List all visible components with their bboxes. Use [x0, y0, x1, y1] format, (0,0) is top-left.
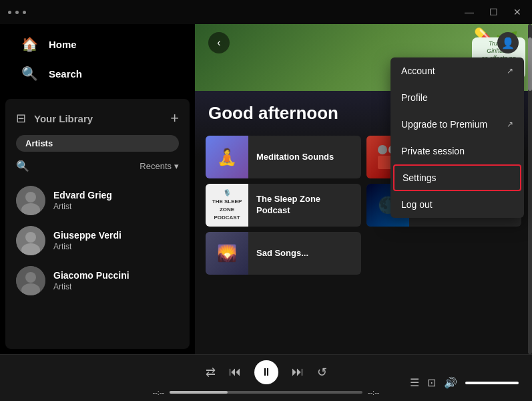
logout-label: Log out — [401, 199, 433, 210]
artist-name-verdi: Giuseppe Verdi — [53, 230, 121, 241]
next-button[interactable]: ⏭ — [292, 365, 304, 379]
chevron-down-icon: ▾ — [174, 161, 179, 171]
artist-info-verdi: Giuseppe Verdi Artist — [53, 230, 121, 251]
settings-label: Settings — [403, 172, 437, 183]
artist-name-grieg: Edvard Grieg — [53, 190, 112, 200]
volume-slider[interactable] — [465, 382, 519, 384]
minimize-button[interactable]: — — [463, 7, 476, 17]
dropdown-item-private-session[interactable]: Private session — [390, 138, 524, 164]
dropdown-item-premium[interactable]: Upgrade to Premium ↗ — [390, 111, 524, 138]
profile-label: Profile — [401, 92, 428, 103]
previous-button[interactable]: ⏮ — [229, 365, 241, 379]
window-controls: — ☐ ✕ — [463, 7, 524, 17]
search-icon: 🔍 — [21, 65, 38, 82]
external-link-icon-premium: ↗ — [507, 120, 513, 129]
sidebar-nav: 🏠 Home 🔍 Search — [0, 24, 195, 94]
right-controls: ☰ ⊡ 🔊 — [410, 376, 519, 389]
main-content: ‹ 👤 🌿 💊 Trusted Ginhawasa effects ng str… — [195, 24, 532, 354]
artist-item-verdi[interactable]: Giuseppe Verdi Artist — [5, 221, 190, 261]
title-bar: — ☐ ✕ — [0, 0, 532, 24]
svg-point-1 — [25, 192, 36, 203]
grid-thumb-meditation: 🧘 — [206, 136, 248, 178]
grid-label-meditation: Meditation Sounds — [248, 152, 342, 163]
time-total: --:-- — [368, 388, 380, 396]
artists-filter-chip[interactable]: Artists — [16, 135, 179, 152]
progress-fill — [170, 391, 228, 394]
player-bar: ⇄ ⏮ ⏸ ⏭ ↺ --:-- --:-- ☰ ⊡ 🔊 — [0, 354, 532, 401]
user-menu-button[interactable]: 👤 — [497, 32, 519, 53]
artist-type-verdi: Artist — [53, 242, 121, 251]
grid-label-sleep-podcast: The Sleep Zone Podcast — [248, 194, 361, 217]
library-icon: ⊟ — [16, 111, 26, 126]
library-header: ⊟ Your Library + — [5, 99, 190, 132]
grid-thumb-sad-songs: 🌄 — [206, 232, 248, 275]
artist-avatar-verdi — [16, 226, 45, 255]
artist-item-puccini[interactable]: Giacomo Puccini Artist — [5, 261, 190, 301]
dropdown-item-account[interactable]: Account ↗ — [390, 57, 524, 84]
artist-list: Edvard Grieg Artist Giuseppe Verdi — [5, 175, 190, 306]
artist-name-puccini: Giacomo Puccini — [53, 270, 129, 281]
dropdown-item-profile[interactable]: Profile — [390, 84, 524, 111]
queue-icon[interactable]: ☰ — [410, 376, 419, 389]
grid-label-sad-songs: Sad Songs... — [248, 248, 316, 259]
artist-item-grieg[interactable]: Edvard Grieg Artist — [5, 180, 190, 221]
progress-bar-container: --:-- --:-- — [153, 388, 380, 396]
account-label: Account — [401, 65, 435, 76]
scrollbar-track[interactable] — [528, 24, 532, 354]
artist-type-puccini: Artist — [53, 282, 129, 291]
library-add-button[interactable]: + — [170, 110, 179, 127]
user-dropdown-menu: Account ↗ Profile Upgrade to Premium ↗ P… — [390, 57, 524, 218]
private-session-label: Private session — [401, 146, 465, 156]
external-link-icon-account: ↗ — [507, 66, 513, 76]
recents-button[interactable]: Recents ▾ — [140, 161, 179, 171]
premium-label: Upgrade to Premium — [401, 119, 487, 130]
back-button[interactable]: ‹ — [208, 32, 230, 53]
grid-item-sad-songs[interactable]: 🌄 Sad Songs... — [206, 232, 361, 275]
artist-info-puccini: Giacomo Puccini Artist — [53, 270, 129, 291]
title-bar-dots — [8, 11, 26, 14]
home-icon: 🏠 — [21, 36, 38, 52]
main-header: ‹ 👤 — [195, 24, 532, 61]
devices-icon[interactable]: ⊡ — [427, 376, 436, 389]
library-search-row: 🔍 Recents ▾ — [5, 157, 190, 175]
dropdown-item-settings[interactable]: Settings — [393, 164, 521, 191]
dot-1 — [8, 11, 11, 14]
progress-track[interactable] — [170, 391, 362, 394]
search-label: Search — [49, 68, 82, 80]
svg-point-7 — [25, 272, 36, 283]
maximize-button[interactable]: ☐ — [487, 7, 500, 17]
player-controls: ⇄ ⏮ ⏸ ⏭ ↺ — [206, 360, 327, 384]
sidebar: 🏠 Home 🔍 Search ⊟ Your Library + Artists… — [0, 24, 195, 354]
repeat-button[interactable]: ↺ — [317, 365, 327, 380]
artist-avatar-puccini — [16, 266, 45, 295]
svg-point-4 — [25, 232, 36, 243]
grid-item-meditation[interactable]: 🧘 Meditation Sounds — [206, 136, 361, 178]
artist-type-grieg: Artist — [53, 202, 112, 211]
play-pause-button[interactable]: ⏸ — [254, 360, 278, 384]
close-button[interactable]: ✕ — [511, 7, 524, 17]
artist-avatar-grieg — [16, 186, 45, 215]
dot-3 — [23, 11, 26, 14]
your-library-section: ⊟ Your Library + Artists 🔍 Recents ▾ — [5, 99, 190, 349]
library-search-icon[interactable]: 🔍 — [16, 160, 29, 172]
library-title: Your Library — [34, 113, 93, 124]
dropdown-item-logout[interactable]: Log out — [390, 191, 524, 218]
shuffle-button[interactable]: ⇄ — [206, 365, 216, 380]
grid-item-sleep-podcast[interactable]: 🎙️THE SLEEP ZONE PODCAST The Sleep Zone … — [206, 184, 361, 227]
home-label: Home — [49, 39, 77, 50]
app-layout: 🏠 Home 🔍 Search ⊟ Your Library + Artists… — [0, 24, 532, 354]
volume-icon[interactable]: 🔊 — [444, 376, 457, 389]
sidebar-item-home[interactable]: 🏠 Home — [5, 29, 190, 59]
recents-label: Recents — [140, 161, 172, 171]
grid-thumb-sleep-podcast: 🎙️THE SLEEP ZONE PODCAST — [206, 184, 248, 227]
time-current: --:-- — [153, 388, 165, 396]
library-header-left: ⊟ Your Library — [16, 111, 93, 126]
dot-2 — [15, 11, 19, 14]
sidebar-item-search[interactable]: 🔍 Search — [5, 59, 190, 88]
artist-info-grieg: Edvard Grieg Artist — [53, 190, 112, 211]
